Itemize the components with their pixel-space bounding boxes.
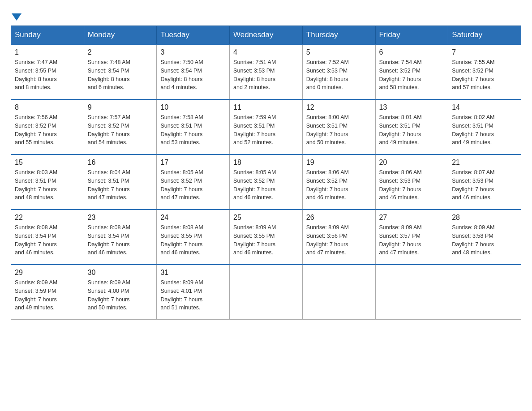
day-number: 2: [88, 48, 153, 56]
calendar-cell: 17 Sunrise: 8:05 AMSunset: 3:52 PMDaylig…: [157, 154, 230, 210]
logo: [11, 11, 21, 21]
day-number: 13: [379, 103, 445, 111]
day-number: 21: [452, 158, 517, 167]
day-info: Sunrise: 7:50 AMSunset: 3:54 PMDaylight:…: [160, 58, 226, 92]
calendar-cell: 26 Sunrise: 8:09 AMSunset: 3:56 PMDaylig…: [302, 210, 375, 265]
calendar-cell: 29 Sunrise: 8:09 AMSunset: 3:59 PMDaylig…: [11, 265, 84, 320]
day-info: Sunrise: 8:06 AMSunset: 3:53 PMDaylight:…: [379, 168, 445, 202]
day-number: 29: [15, 269, 80, 277]
svg-marker-0: [12, 13, 21, 21]
calendar-cell: 14 Sunrise: 8:02 AMSunset: 3:51 PMDaylig…: [448, 99, 521, 154]
day-info: Sunrise: 7:55 AMSunset: 3:52 PMDaylight:…: [452, 58, 517, 92]
day-number: 8: [15, 103, 80, 111]
calendar-header-wednesday: Wednesday: [230, 26, 303, 45]
calendar-cell: 7 Sunrise: 7:55 AMSunset: 3:52 PMDayligh…: [448, 44, 521, 99]
day-number: 3: [160, 48, 226, 56]
calendar-header-tuesday: Tuesday: [157, 26, 230, 45]
calendar-cell: 25 Sunrise: 8:09 AMSunset: 3:55 PMDaylig…: [230, 210, 303, 265]
day-info: Sunrise: 8:06 AMSunset: 3:52 PMDaylight:…: [306, 168, 372, 202]
day-number: 27: [379, 214, 445, 222]
day-number: 5: [306, 48, 372, 56]
calendar-header-monday: Monday: [84, 26, 157, 45]
calendar-cell: 19 Sunrise: 8:06 AMSunset: 3:52 PMDaylig…: [302, 154, 375, 210]
calendar-cell: [230, 265, 303, 320]
calendar-cell: 24 Sunrise: 8:08 AMSunset: 3:55 PMDaylig…: [157, 210, 230, 265]
day-info: Sunrise: 8:08 AMSunset: 3:55 PMDaylight:…: [160, 223, 226, 257]
day-info: Sunrise: 7:51 AMSunset: 3:53 PMDaylight:…: [233, 58, 299, 92]
calendar-header-sunday: Sunday: [11, 26, 84, 45]
calendar-cell: 28 Sunrise: 8:09 AMSunset: 3:58 PMDaylig…: [448, 210, 521, 265]
day-info: Sunrise: 8:05 AMSunset: 3:52 PMDaylight:…: [233, 168, 299, 202]
day-info: Sunrise: 7:58 AMSunset: 3:51 PMDaylight:…: [160, 113, 226, 147]
calendar-cell: [302, 265, 375, 320]
day-number: 10: [160, 103, 226, 111]
calendar-header-thursday: Thursday: [302, 26, 375, 45]
day-info: Sunrise: 8:07 AMSunset: 3:53 PMDaylight:…: [452, 168, 517, 202]
calendar-cell: 11 Sunrise: 7:59 AMSunset: 3:51 PMDaylig…: [230, 99, 303, 154]
day-info: Sunrise: 7:54 AMSunset: 3:52 PMDaylight:…: [379, 58, 445, 92]
page-header: [11, 11, 521, 21]
day-info: Sunrise: 7:48 AMSunset: 3:54 PMDaylight:…: [88, 58, 153, 92]
calendar-week-row: 15 Sunrise: 8:03 AMSunset: 3:51 PMDaylig…: [11, 154, 521, 210]
calendar-cell: 10 Sunrise: 7:58 AMSunset: 3:51 PMDaylig…: [157, 99, 230, 154]
calendar-cell: 15 Sunrise: 8:03 AMSunset: 3:51 PMDaylig…: [11, 154, 84, 210]
calendar-cell: 31 Sunrise: 8:09 AMSunset: 4:01 PMDaylig…: [157, 265, 230, 320]
day-info: Sunrise: 7:56 AMSunset: 3:52 PMDaylight:…: [15, 113, 80, 147]
calendar-cell: 1 Sunrise: 7:47 AMSunset: 3:55 PMDayligh…: [11, 44, 84, 99]
calendar-cell: 5 Sunrise: 7:52 AMSunset: 3:53 PMDayligh…: [302, 44, 375, 99]
day-info: Sunrise: 8:09 AMSunset: 3:57 PMDaylight:…: [379, 223, 445, 257]
calendar-cell: 21 Sunrise: 8:07 AMSunset: 3:53 PMDaylig…: [448, 154, 521, 210]
day-number: 20: [379, 158, 445, 167]
logo-arrow-icon: [12, 12, 21, 21]
calendar-week-row: 22 Sunrise: 8:08 AMSunset: 3:54 PMDaylig…: [11, 210, 521, 265]
calendar-cell: 20 Sunrise: 8:06 AMSunset: 3:53 PMDaylig…: [375, 154, 448, 210]
calendar-cell: 6 Sunrise: 7:54 AMSunset: 3:52 PMDayligh…: [375, 44, 448, 99]
day-number: 28: [452, 214, 517, 222]
calendar-week-row: 8 Sunrise: 7:56 AMSunset: 3:52 PMDayligh…: [11, 99, 521, 154]
day-info: Sunrise: 8:09 AMSunset: 3:59 PMDaylight:…: [15, 278, 80, 312]
calendar-table: SundayMondayTuesdayWednesdayThursdayFrid…: [11, 26, 521, 320]
day-info: Sunrise: 8:08 AMSunset: 3:54 PMDaylight:…: [88, 223, 153, 257]
calendar-cell: 9 Sunrise: 7:57 AMSunset: 3:52 PMDayligh…: [84, 99, 157, 154]
day-number: 26: [306, 214, 372, 222]
day-number: 15: [15, 158, 80, 167]
day-info: Sunrise: 8:01 AMSunset: 3:51 PMDaylight:…: [379, 113, 445, 147]
day-number: 24: [160, 214, 226, 222]
day-number: 12: [306, 103, 372, 111]
day-number: 19: [306, 158, 372, 167]
calendar-cell: 16 Sunrise: 8:04 AMSunset: 3:51 PMDaylig…: [84, 154, 157, 210]
day-info: Sunrise: 8:02 AMSunset: 3:51 PMDaylight:…: [452, 113, 517, 147]
calendar-cell: 18 Sunrise: 8:05 AMSunset: 3:52 PMDaylig…: [230, 154, 303, 210]
day-info: Sunrise: 8:03 AMSunset: 3:51 PMDaylight:…: [15, 168, 80, 202]
calendar-cell: 3 Sunrise: 7:50 AMSunset: 3:54 PMDayligh…: [157, 44, 230, 99]
day-info: Sunrise: 7:57 AMSunset: 3:52 PMDaylight:…: [88, 113, 153, 147]
day-number: 30: [88, 269, 153, 277]
day-info: Sunrise: 8:09 AMSunset: 3:56 PMDaylight:…: [306, 223, 372, 257]
day-info: Sunrise: 7:59 AMSunset: 3:51 PMDaylight:…: [233, 113, 299, 147]
day-info: Sunrise: 8:09 AMSunset: 4:00 PMDaylight:…: [88, 278, 153, 312]
day-number: 11: [233, 103, 299, 111]
day-number: 1: [15, 48, 80, 56]
day-number: 25: [233, 214, 299, 222]
day-number: 14: [452, 103, 517, 111]
day-info: Sunrise: 8:08 AMSunset: 3:54 PMDaylight:…: [15, 223, 80, 257]
day-number: 17: [160, 158, 226, 167]
calendar-header-friday: Friday: [375, 26, 448, 45]
day-number: 31: [160, 269, 226, 277]
calendar-cell: 8 Sunrise: 7:56 AMSunset: 3:52 PMDayligh…: [11, 99, 84, 154]
day-info: Sunrise: 8:05 AMSunset: 3:52 PMDaylight:…: [160, 168, 226, 202]
day-number: 18: [233, 158, 299, 167]
calendar-cell: 13 Sunrise: 8:01 AMSunset: 3:51 PMDaylig…: [375, 99, 448, 154]
day-info: Sunrise: 8:09 AMSunset: 3:55 PMDaylight:…: [233, 223, 299, 257]
calendar-cell: 4 Sunrise: 7:51 AMSunset: 3:53 PMDayligh…: [230, 44, 303, 99]
calendar-cell: 12 Sunrise: 8:00 AMSunset: 3:51 PMDaylig…: [302, 99, 375, 154]
calendar-cell: 23 Sunrise: 8:08 AMSunset: 3:54 PMDaylig…: [84, 210, 157, 265]
day-number: 22: [15, 214, 80, 222]
calendar-cell: [448, 265, 521, 320]
calendar-week-row: 29 Sunrise: 8:09 AMSunset: 3:59 PMDaylig…: [11, 265, 521, 320]
calendar-cell: 27 Sunrise: 8:09 AMSunset: 3:57 PMDaylig…: [375, 210, 448, 265]
day-info: Sunrise: 8:04 AMSunset: 3:51 PMDaylight:…: [88, 168, 153, 202]
calendar-header-saturday: Saturday: [448, 26, 521, 45]
day-info: Sunrise: 8:09 AMSunset: 3:58 PMDaylight:…: [452, 223, 517, 257]
day-info: Sunrise: 8:09 AMSunset: 4:01 PMDaylight:…: [160, 278, 226, 312]
